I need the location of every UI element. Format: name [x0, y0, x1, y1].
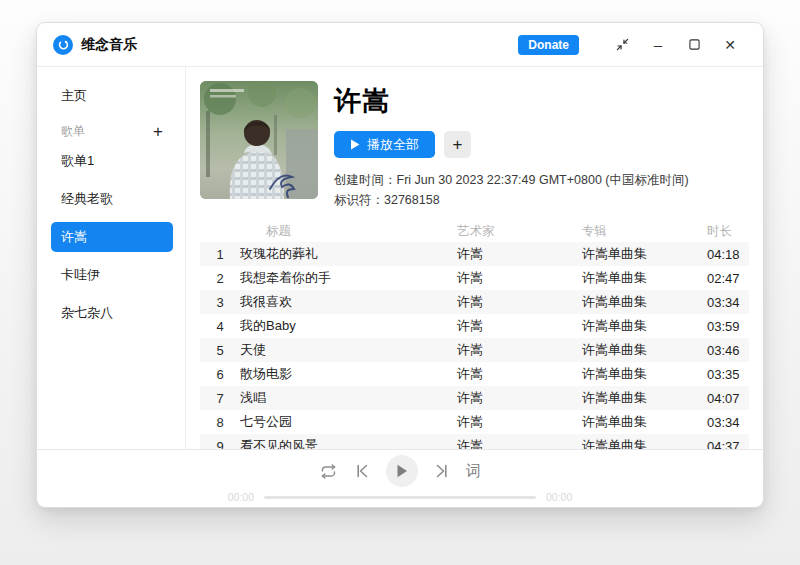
- row-index: 3: [200, 295, 240, 310]
- song-duration: 04:07: [707, 391, 749, 406]
- lyrics-button[interactable]: 词: [466, 462, 481, 481]
- titlebar: 维念音乐 Donate – ✕: [37, 23, 763, 67]
- column-title: 标题: [240, 223, 457, 240]
- playlist-header: 许嵩 播放全部 + 创建时间：Fri Jun 30 2023 22:37:49 …: [200, 81, 763, 210]
- sidebar-playlist-item[interactable]: 许嵩: [51, 222, 173, 252]
- song-album: 许嵩单曲集: [582, 269, 707, 287]
- song-duration: 02:47: [707, 271, 749, 286]
- column-artist: 艺术家: [457, 223, 582, 240]
- created-time-line: 创建时间：Fri Jun 30 2023 22:37:49 GMT+0800 (…: [334, 170, 689, 190]
- play-all-button[interactable]: 播放全部: [334, 131, 435, 158]
- song-table: 标题 艺术家 专辑 时长 1玫瑰花的葬礼许嵩许嵩单曲集04:182我想牵着你的手…: [200, 220, 763, 449]
- app-logo-icon: [53, 35, 73, 55]
- row-index: 8: [200, 415, 240, 430]
- play-button[interactable]: [386, 455, 418, 487]
- identifier-line: 标识符：32768158: [334, 190, 689, 210]
- song-duration: 03:34: [707, 415, 749, 430]
- app-title: 维念音乐: [81, 36, 137, 54]
- song-duration: 03:35: [707, 367, 749, 382]
- main-panel: 许嵩 播放全部 + 创建时间：Fri Jun 30 2023 22:37:49 …: [186, 67, 763, 449]
- song-rows: 1玫瑰花的葬礼许嵩许嵩单曲集04:182我想牵着你的手许嵩许嵩单曲集02:473…: [200, 242, 749, 449]
- song-title: 玫瑰花的葬礼: [240, 245, 457, 263]
- next-track-icon[interactable]: [435, 464, 449, 478]
- table-row[interactable]: 9看不见的风景许嵩许嵩单曲集04:37: [200, 434, 749, 449]
- song-album: 许嵩单曲集: [582, 245, 707, 263]
- progress-row: 00:00 00:00: [228, 491, 573, 503]
- table-row[interactable]: 4我的Baby许嵩许嵩单曲集03:59: [200, 314, 749, 338]
- row-index: 4: [200, 319, 240, 334]
- song-artist: 许嵩: [457, 389, 582, 407]
- song-duration: 04:37: [707, 439, 749, 450]
- row-index: 2: [200, 271, 240, 286]
- song-title: 我的Baby: [240, 317, 457, 335]
- song-album: 许嵩单曲集: [582, 389, 707, 407]
- table-row[interactable]: 8七号公园许嵩许嵩单曲集03:34: [200, 410, 749, 434]
- minimize-icon[interactable]: –: [643, 32, 673, 58]
- playlists-section-label: 歌单: [61, 123, 85, 140]
- sidebar: 主页 歌单 + 歌单1经典老歌许嵩卡哇伊杂七杂八: [37, 67, 186, 449]
- song-artist: 许嵩: [457, 341, 582, 359]
- song-artist: 许嵩: [457, 269, 582, 287]
- sidebar-item-home[interactable]: 主页: [51, 81, 173, 111]
- song-title: 浅唱: [240, 389, 457, 407]
- table-row[interactable]: 5天使许嵩许嵩单曲集03:46: [200, 338, 749, 362]
- sidebar-playlist-item[interactable]: 歌单1: [51, 146, 173, 176]
- song-album: 许嵩单曲集: [582, 413, 707, 431]
- song-artist: 许嵩: [457, 293, 582, 311]
- song-duration: 03:34: [707, 295, 749, 310]
- song-title: 天使: [240, 341, 457, 359]
- row-index: 7: [200, 391, 240, 406]
- song-duration: 03:59: [707, 319, 749, 334]
- previous-track-icon[interactable]: [355, 464, 369, 478]
- song-duration: 04:18: [707, 247, 749, 262]
- song-album: 许嵩单曲集: [582, 293, 707, 311]
- table-row[interactable]: 3我很喜欢许嵩许嵩单曲集03:34: [200, 290, 749, 314]
- sidebar-playlists-section: 歌单 +: [51, 119, 173, 142]
- table-row[interactable]: 2我想牵着你的手许嵩许嵩单曲集02:47: [200, 266, 749, 290]
- table-row[interactable]: 6散场电影许嵩许嵩单曲集03:35: [200, 362, 749, 386]
- sidebar-playlist-item[interactable]: 杂七杂八: [51, 298, 173, 328]
- playlist-title: 许嵩: [334, 83, 689, 119]
- add-playlist-icon[interactable]: +: [153, 123, 163, 140]
- play-icon: [350, 139, 360, 150]
- song-artist: 许嵩: [457, 413, 582, 431]
- song-artist: 许嵩: [457, 317, 582, 335]
- song-artist: 许嵩: [457, 245, 582, 263]
- row-index: 6: [200, 367, 240, 382]
- song-title: 看不见的风景: [240, 437, 457, 449]
- donate-button[interactable]: Donate: [518, 35, 579, 55]
- maximize-icon[interactable]: [679, 32, 709, 58]
- current-time: 00:00: [228, 491, 254, 503]
- table-row[interactable]: 1玫瑰花的葬礼许嵩许嵩单曲集04:18: [200, 242, 749, 266]
- play-all-label: 播放全部: [367, 136, 419, 154]
- playlist-list: 歌单1经典老歌许嵩卡哇伊杂七杂八: [51, 146, 173, 328]
- song-title: 我很喜欢: [240, 293, 457, 311]
- song-duration: 03:46: [707, 343, 749, 358]
- app-window: 维念音乐 Donate – ✕ 主页 歌单 + 歌单1经典老歌许嵩卡哇伊杂七杂八: [36, 22, 764, 508]
- column-duration: 时长: [707, 223, 749, 240]
- row-index: 1: [200, 247, 240, 262]
- table-row[interactable]: 7浅唱许嵩许嵩单曲集04:07: [200, 386, 749, 410]
- playlist-cover-image: [200, 81, 318, 199]
- row-index: 9: [200, 439, 240, 450]
- song-title: 散场电影: [240, 365, 457, 383]
- close-icon[interactable]: ✕: [715, 32, 745, 58]
- add-song-button[interactable]: +: [444, 131, 471, 158]
- song-album: 许嵩单曲集: [582, 365, 707, 383]
- repeat-icon[interactable]: [319, 464, 338, 479]
- table-header: 标题 艺术家 专辑 时长: [200, 220, 749, 242]
- total-time: 00:00: [546, 491, 572, 503]
- song-album: 许嵩单曲集: [582, 317, 707, 335]
- column-album: 专辑: [582, 223, 707, 240]
- song-artist: 许嵩: [457, 365, 582, 383]
- content-area: 主页 歌单 + 歌单1经典老歌许嵩卡哇伊杂七杂八: [37, 67, 763, 449]
- progress-bar[interactable]: [264, 496, 536, 499]
- song-album: 许嵩单曲集: [582, 341, 707, 359]
- sidebar-playlist-item[interactable]: 卡哇伊: [51, 260, 173, 290]
- song-album: 许嵩单曲集: [582, 437, 707, 449]
- song-artist: 许嵩: [457, 437, 582, 449]
- row-index: 5: [200, 343, 240, 358]
- sidebar-playlist-item[interactable]: 经典老歌: [51, 184, 173, 214]
- song-title: 我想牵着你的手: [240, 269, 457, 287]
- fullscreen-icon[interactable]: [607, 32, 637, 58]
